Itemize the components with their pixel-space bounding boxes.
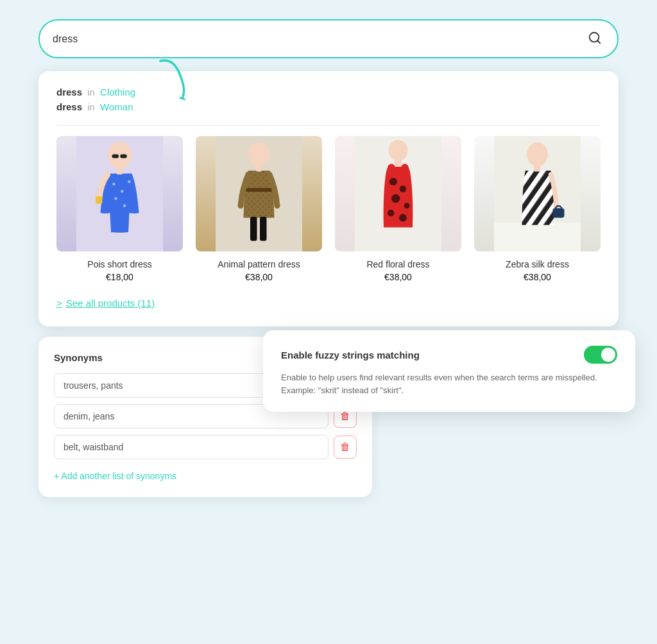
product-card-2[interactable]: Animal pattern dress €38,00 [196, 136, 322, 282]
product-price-3: €38,00 [384, 272, 412, 282]
svg-rect-6 [120, 155, 127, 158]
arrow-indicator [154, 55, 205, 108]
add-synonyms-link[interactable]: + Add another list of synonyms [54, 471, 176, 481]
product-image-1 [56, 136, 183, 251]
product-name-2: Animal pattern dress [218, 259, 300, 269]
svg-point-25 [400, 185, 407, 192]
trash-icon-3: 🗑 [340, 441, 350, 453]
svg-point-15 [248, 142, 269, 167]
suggestion-keyword-2: dress [56, 101, 82, 112]
svg-point-11 [123, 205, 126, 208]
svg-rect-19 [260, 217, 267, 241]
suggestion-category-1[interactable]: Clothing [100, 87, 135, 97]
page-wrapper: dress in Clothing dress in Woman [0, 0, 657, 516]
blue-dress-svg [56, 136, 183, 251]
search-bar [38, 19, 619, 58]
see-all-products-link[interactable]: > See all products (11) [56, 298, 601, 309]
svg-point-4 [108, 142, 132, 169]
trash-icon-2: 🗑 [340, 411, 350, 422]
product-image-2 [196, 136, 322, 251]
fuzzy-toggle[interactable]: ✓ [584, 346, 617, 364]
svg-point-24 [389, 178, 397, 185]
product-card-4[interactable]: Zebra silk dress €38,00 [474, 136, 601, 282]
arrow-svg [154, 55, 205, 106]
fuzzy-header: Enable fuzzy strings matching ✓ [281, 346, 617, 364]
svg-point-7 [112, 183, 115, 186]
product-image-4 [474, 136, 601, 251]
svg-rect-18 [250, 217, 257, 241]
svg-rect-5 [112, 155, 119, 158]
toggle-check-icon: ✓ [606, 350, 612, 359]
svg-rect-30 [395, 160, 402, 167]
red-dress-svg [335, 136, 461, 251]
search-icon [588, 31, 602, 45]
animal-dress-svg [196, 136, 322, 251]
product-name-4: Zebra silk dress [506, 259, 569, 269]
suggestion-woman[interactable]: dress in Woman [56, 101, 601, 112]
suggestion-category-2[interactable]: Woman [100, 101, 133, 112]
synonym-row-3: 🗑 [54, 435, 357, 459]
product-card-3[interactable]: Red floral dress €38,00 [335, 136, 461, 282]
svg-rect-38 [534, 165, 541, 172]
svg-rect-31 [389, 164, 393, 169]
svg-point-8 [121, 190, 124, 193]
svg-line-1 [597, 40, 600, 43]
search-input[interactable] [53, 33, 585, 45]
svg-point-27 [404, 203, 410, 208]
svg-rect-13 [116, 166, 123, 175]
svg-rect-39 [553, 208, 565, 218]
product-grid: Pois short dress €18,00 [56, 136, 601, 282]
fuzzy-title: Enable fuzzy strings matching [281, 350, 420, 360]
divider [56, 125, 601, 126]
svg-rect-12 [96, 196, 103, 204]
synonym-input-3[interactable] [54, 435, 328, 459]
product-price-2: €38,00 [245, 272, 273, 282]
svg-point-9 [128, 180, 131, 183]
fuzzy-description: Enable to help users find relevant resul… [281, 371, 617, 396]
svg-point-29 [399, 214, 407, 222]
product-name-1: Pois short dress [87, 259, 151, 269]
toggle-slider: ✓ [584, 346, 617, 364]
svg-rect-20 [246, 188, 273, 192]
svg-point-23 [389, 140, 408, 161]
svg-point-26 [391, 194, 400, 203]
dropdown-panel: dress in Clothing dress in Woman [38, 71, 619, 326]
product-price-4: €38,00 [524, 272, 551, 282]
product-card-1[interactable]: Pois short dress €18,00 [56, 136, 183, 282]
zebra-dress-svg [474, 136, 601, 251]
suggestion-keyword-1: dress [56, 87, 82, 97]
search-bar-wrapper [38, 19, 619, 58]
product-name-3: Red floral dress [366, 259, 429, 269]
suggestion-in-1: in [87, 87, 95, 97]
svg-marker-2 [178, 96, 186, 101]
suggestion-clothing[interactable]: dress in Clothing [56, 87, 601, 97]
svg-rect-32 [403, 164, 407, 169]
svg-point-37 [527, 142, 548, 167]
svg-point-28 [388, 210, 395, 217]
see-all-chevron: > [56, 298, 62, 309]
svg-rect-21 [256, 165, 262, 172]
search-button[interactable] [585, 28, 604, 49]
svg-point-10 [114, 197, 117, 200]
category-suggestions: dress in Clothing dress in Woman [56, 87, 601, 112]
suggestion-in-2: in [87, 101, 95, 112]
product-price-1: €18,00 [106, 272, 133, 282]
fuzzy-card: Enable fuzzy strings matching ✓ Enable t… [263, 330, 635, 412]
see-all-label: See all products (11) [66, 298, 155, 309]
product-image-3 [335, 136, 461, 251]
bottom-section: Synonyms 🗑 🗑 🗑 + Add another list [38, 337, 619, 497]
delete-synonym-3-button[interactable]: 🗑 [334, 436, 357, 459]
